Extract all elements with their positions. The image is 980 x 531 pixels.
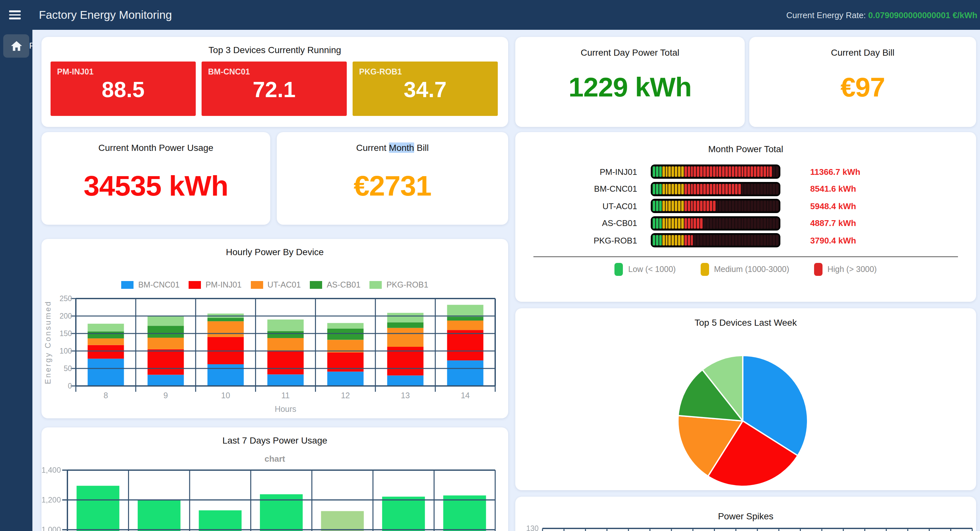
- svg-text:200: 200: [60, 312, 72, 320]
- card-title: Top 3 Devices Currently Running: [41, 45, 508, 55]
- card-title: Current Month Power Usage: [41, 143, 270, 153]
- bar-PKG-ROB1-h12: [327, 323, 364, 329]
- gauge-device-label: AS-CB01: [515, 218, 637, 228]
- factory-energy-dashboard: Factory Energy Monitoring Current Energy…: [0, 0, 980, 531]
- svg-text:0: 0: [68, 382, 72, 390]
- bar-day7: [443, 495, 486, 531]
- gauge-kwh-value: 11366.7 kWh: [810, 167, 861, 176]
- svg-text:13: 13: [401, 391, 410, 400]
- svg-text:250: 250: [60, 294, 72, 303]
- tile-device-value: 34.7: [353, 77, 498, 102]
- svg-text:50: 50: [64, 364, 72, 372]
- svg-text:11: 11: [281, 391, 290, 400]
- card-month-power-usage: Current Month Power Usage 34535 kWh: [41, 132, 270, 225]
- svg-text:1,200: 1,200: [41, 495, 61, 504]
- device-gauges[interactable]: PM-INJ0111366.7 kWhBM-CNC018541.6 kWhUT-…: [515, 165, 976, 247]
- bar-UT-AC01-h14: [447, 320, 484, 330]
- bar-PKG-ROB1-h13: [387, 313, 423, 322]
- svg-text:12: 12: [341, 391, 350, 400]
- bar-BM-CNC01-h8: [88, 359, 124, 386]
- gauge-device-label: PM-INJ01: [515, 167, 637, 176]
- top5-pie-chart[interactable]: [515, 328, 976, 496]
- bar-day3: [199, 510, 242, 531]
- card-top5-last-week: Top 5 Devices Last Week: [515, 308, 976, 490]
- gauge-kwh-value: 5948.4 kWh: [810, 201, 856, 211]
- card-day-power-total: Current Day Power Total 1229 kWh: [515, 37, 745, 127]
- legend-item: Low (< 1000): [615, 263, 676, 276]
- legend-swatch-icon: [310, 281, 322, 289]
- bar-day1: [76, 486, 119, 531]
- gauge-bar: [651, 165, 780, 179]
- legend-label: PKG-ROB1: [386, 281, 428, 290]
- legend-label: AS-CB01: [327, 281, 360, 290]
- power-spikes-chart[interactable]: 130: [515, 523, 976, 531]
- bar-PM-INJ01-h9: [148, 349, 184, 375]
- sidebar-item-label: F: [29, 41, 32, 51]
- legend-label: BM-CNC01: [138, 281, 180, 290]
- dashboard-main: Top 3 Devices Currently Running PM-INJ01…: [32, 30, 980, 531]
- tile-device-value: 72.1: [202, 77, 347, 102]
- card-month-power-total: Month Power Total PM-INJ0111366.7 kWhBM-…: [515, 132, 976, 302]
- bar-day5: [321, 511, 364, 531]
- month-usage-value: 34535 kWh: [41, 170, 270, 202]
- bar-PM-INJ01-h11: [267, 351, 304, 374]
- card-hourly-power: Hourly Power By Device BM-CNC01PM-INJ01U…: [41, 239, 508, 418]
- svg-text:Hours: Hours: [275, 404, 296, 414]
- svg-text:150: 150: [60, 329, 72, 338]
- bar-BM-CNC01-h11: [267, 374, 304, 386]
- legend-swatch-icon: [814, 263, 822, 276]
- svg-text:100: 100: [60, 347, 72, 355]
- legend-swatch-icon: [189, 281, 201, 289]
- bar-PKG-ROB1-h8: [88, 324, 124, 331]
- svg-text:Energy Consumed: Energy Consumed: [43, 300, 52, 384]
- top3-tiles: PM-INJ0188.5BM-CNC0172.1PKG-ROB134.7: [51, 62, 499, 116]
- last7-bar-chart[interactable]: 1,4001,2001,000: [41, 466, 508, 531]
- gauge-device-label: UT-AC01: [515, 201, 637, 211]
- svg-text:1,000: 1,000: [41, 525, 61, 531]
- card-month-bill: Current Month Bill €2731: [277, 132, 508, 225]
- legend-item: Medium (1000-3000): [700, 263, 789, 276]
- svg-text:14: 14: [461, 391, 470, 400]
- legend-item: High (> 3000): [814, 263, 877, 276]
- legend-swatch-icon: [121, 281, 134, 289]
- bar-AS-CB01-h11: [267, 331, 304, 338]
- bar-day2: [138, 500, 180, 531]
- svg-text:130: 130: [526, 524, 539, 531]
- device-tile-BM-CNC01: BM-CNC0172.1: [202, 62, 347, 116]
- gauge-kwh-value: 4887.7 kWh: [810, 218, 856, 228]
- card-power-spikes: Power Spikes 130: [515, 497, 976, 531]
- hourly-stacked-bar-chart[interactable]: 050100150200250891011121314HoursEnergy C…: [41, 293, 508, 418]
- home-button[interactable]: [3, 34, 29, 58]
- gauge-bar: [651, 216, 780, 230]
- bar-AS-CB01-h9: [148, 326, 184, 338]
- card-last7-days: Last 7 Days Power Usage chart 1,4001,200…: [41, 427, 508, 531]
- legend-label: Low (< 1000): [628, 265, 676, 274]
- legend-label: High (> 3000): [827, 265, 877, 274]
- gauge-device-label: BM-CNC01: [515, 184, 637, 193]
- card-title: Current Day Bill: [749, 47, 976, 58]
- bar-UT-AC01-h9: [148, 338, 184, 349]
- legend-label: Medium (1000-3000): [714, 265, 789, 274]
- bar-AS-CB01-h8: [88, 331, 124, 339]
- card-title: Current Day Power Total: [515, 47, 745, 58]
- card-day-bill: Current Day Bill €97: [749, 37, 976, 127]
- gauge-row-AS-CB01: AS-CB014887.7 kWh: [515, 216, 976, 230]
- svg-text:1,400: 1,400: [41, 466, 61, 474]
- bar-UT-AC01-h12: [327, 340, 364, 352]
- gauge-bar: [651, 182, 780, 196]
- legend-swatch-icon: [369, 281, 382, 289]
- bar-UT-AC01-h10: [207, 321, 244, 337]
- bar-UT-AC01-h8: [88, 338, 124, 345]
- bar-PM-INJ01-h8: [88, 345, 124, 359]
- gauge-kwh-value: 8541.6 kWh: [810, 184, 856, 193]
- energy-rate-value: 0.0790900000000001: [868, 10, 950, 20]
- day-total-value: 1229 kWh: [515, 72, 745, 103]
- bar-BM-CNC01-h12: [327, 372, 364, 386]
- day-bill-value: €97: [749, 72, 976, 103]
- tile-device-name: PM-INJ01: [57, 67, 196, 76]
- hamburger-menu-icon[interactable]: [9, 8, 21, 21]
- bar-PKG-ROB1-h9: [148, 316, 184, 326]
- bar-day6: [382, 497, 425, 531]
- month-bill-value: €2731: [277, 170, 508, 202]
- gauge-bar: [651, 233, 780, 247]
